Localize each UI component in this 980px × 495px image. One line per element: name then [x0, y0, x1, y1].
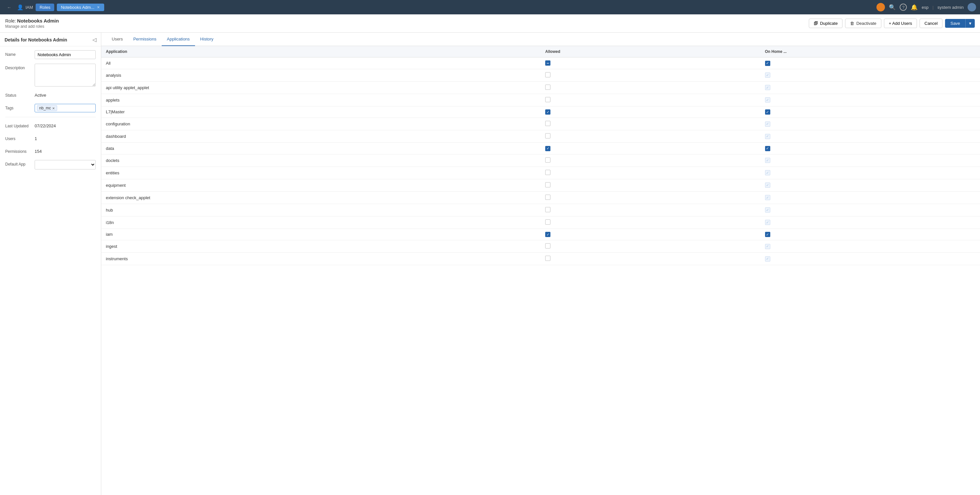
user-icon: 👤	[17, 4, 24, 10]
checkbox-home-checked[interactable]	[765, 232, 770, 237]
cancel-button[interactable]: Cancel	[920, 19, 942, 28]
save-dropdown-button[interactable]: ▼	[965, 19, 975, 28]
notifications-button[interactable]: 🔔	[911, 4, 918, 11]
app-allowed-cell[interactable]	[541, 94, 760, 106]
role-subtitle: Manage and add roles	[5, 24, 59, 29]
app-home-cell[interactable]	[760, 143, 980, 154]
users-value: 1	[35, 135, 96, 143]
app-allowed-cell[interactable]	[541, 154, 760, 167]
locale-label: esp	[921, 5, 928, 10]
app-home-cell[interactable]	[760, 94, 980, 106]
checkbox-home-disabled	[765, 244, 770, 249]
app-allowed-cell[interactable]	[541, 81, 760, 94]
checkbox-allowed-unchecked[interactable]	[545, 170, 550, 175]
name-input[interactable]	[35, 50, 96, 59]
checkbox-home-checked[interactable]	[765, 109, 770, 114]
app-home-cell[interactable]	[760, 216, 980, 228]
tag-remove-button[interactable]: ×	[52, 106, 55, 110]
checkbox-allowed-unchecked[interactable]	[545, 195, 550, 200]
app-home-cell[interactable]	[760, 130, 980, 143]
app-allowed-cell[interactable]	[541, 167, 760, 179]
checkbox-allowed-checked[interactable]	[545, 232, 550, 237]
description-textarea[interactable]	[35, 63, 96, 87]
checkbox-allowed-checked[interactable]	[545, 146, 550, 151]
collapse-panel-button[interactable]: ◁	[92, 36, 96, 43]
app-home-cell[interactable]	[760, 57, 980, 69]
checkbox-allowed-indeterminate[interactable]	[545, 60, 550, 66]
checkbox-allowed-unchecked[interactable]	[545, 255, 550, 261]
checkbox-home-disabled	[765, 170, 770, 175]
table-row: L7|Master	[101, 106, 980, 118]
table-row: configuration	[101, 118, 980, 130]
app-name-cell: api utility applet_applet	[101, 81, 541, 94]
app-name-cell: iam	[101, 228, 541, 240]
checkbox-allowed-unchecked[interactable]	[545, 97, 550, 102]
app-allowed-cell[interactable]	[541, 118, 760, 130]
app-name-cell: doclets	[101, 154, 541, 167]
app-allowed-cell[interactable]	[541, 191, 760, 204]
checkbox-allowed-unchecked[interactable]	[545, 133, 550, 138]
permissions-label: Permissions	[5, 147, 35, 154]
app-home-cell[interactable]	[760, 228, 980, 240]
default-app-select[interactable]	[35, 160, 96, 170]
col-application: Application	[101, 46, 541, 57]
save-button[interactable]: Save	[945, 19, 965, 28]
app-name-cell: equipment	[101, 179, 541, 191]
save-button-group: Save ▼	[945, 19, 975, 28]
checkbox-home-checked[interactable]	[765, 146, 770, 151]
deactivate-button[interactable]: 🗑 Deactivate	[845, 19, 881, 28]
left-panel: Details for Notebooks Admin ◁ Name Descr…	[0, 33, 101, 495]
bell-icon: 🔔	[911, 4, 918, 11]
applications-table-container: Application Allowed On Home ... Allanaly…	[101, 46, 980, 495]
tab-users[interactable]: Users	[107, 33, 128, 46]
checkbox-allowed-unchecked[interactable]	[545, 182, 550, 187]
checkbox-allowed-unchecked[interactable]	[545, 157, 550, 163]
app-allowed-cell[interactable]	[541, 106, 760, 118]
checkbox-home-checked[interactable]	[765, 61, 770, 66]
checkbox-allowed-unchecked[interactable]	[545, 121, 550, 126]
app-allowed-cell[interactable]	[541, 240, 760, 253]
notebooks-tab[interactable]: Notebooks Adm... ×	[57, 3, 104, 11]
app-allowed-cell[interactable]	[541, 69, 760, 81]
last-updated-value: 07/22/2024	[35, 122, 96, 130]
checkbox-allowed-unchecked[interactable]	[545, 207, 550, 212]
app-allowed-cell[interactable]	[541, 57, 760, 69]
app-home-cell[interactable]	[760, 154, 980, 167]
status-label: Status	[5, 91, 35, 98]
tab-applications[interactable]: Applications	[162, 33, 195, 46]
app-home-cell[interactable]	[760, 253, 980, 265]
checkbox-allowed-unchecked[interactable]	[545, 84, 550, 90]
duplicate-button[interactable]: 🗐 Duplicate	[809, 19, 843, 28]
app-home-cell[interactable]	[760, 191, 980, 204]
app-allowed-cell[interactable]	[541, 130, 760, 143]
tags-input-container[interactable]: nb_mc ×	[35, 104, 96, 112]
app-home-cell[interactable]	[760, 179, 980, 191]
app-home-cell[interactable]	[760, 106, 980, 118]
checkbox-allowed-unchecked[interactable]	[545, 243, 550, 249]
checkbox-allowed-checked[interactable]	[545, 109, 550, 114]
app-allowed-cell[interactable]	[541, 204, 760, 216]
roles-tab[interactable]: Roles	[36, 3, 54, 11]
app-allowed-cell[interactable]	[541, 228, 760, 240]
app-allowed-cell[interactable]	[541, 143, 760, 154]
add-users-button[interactable]: + Add Users	[884, 19, 917, 28]
back-button[interactable]: ←	[4, 2, 14, 13]
col-on-home: On Home ...	[760, 46, 980, 57]
description-label: Description	[5, 63, 35, 70]
tab-history[interactable]: History	[195, 33, 218, 46]
app-home-cell[interactable]	[760, 204, 980, 216]
checkbox-allowed-unchecked[interactable]	[545, 72, 550, 78]
app-allowed-cell[interactable]	[541, 253, 760, 265]
app-home-cell[interactable]	[760, 69, 980, 81]
close-tab-button[interactable]: ×	[96, 5, 100, 10]
tab-permissions[interactable]: Permissions	[128, 33, 162, 46]
help-button[interactable]: ?	[900, 3, 907, 11]
app-home-cell[interactable]	[760, 81, 980, 94]
checkbox-allowed-unchecked[interactable]	[545, 219, 550, 225]
search-button[interactable]: 🔍	[889, 4, 896, 11]
app-allowed-cell[interactable]	[541, 216, 760, 228]
app-home-cell[interactable]	[760, 240, 980, 253]
app-home-cell[interactable]	[760, 167, 980, 179]
app-allowed-cell[interactable]	[541, 179, 760, 191]
app-home-cell[interactable]	[760, 118, 980, 130]
